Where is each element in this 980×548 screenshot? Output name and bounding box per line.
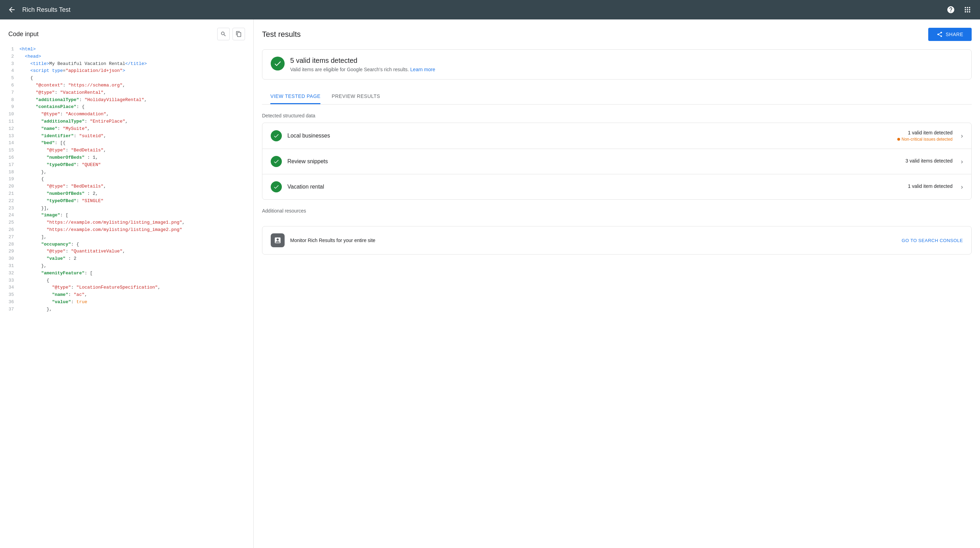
- data-item-label: Local businesses: [287, 133, 892, 139]
- code-line: 35 "name": "ac",: [0, 291, 253, 299]
- code-line: 30 "value" : 2: [0, 255, 253, 262]
- code-line: 14 "bed": [{: [0, 140, 253, 147]
- code-line: 8 "additionalType": "HolidayVillageRenta…: [0, 97, 253, 104]
- additional-resources-label: Additional resources: [262, 208, 972, 214]
- left-panel-header: Code input: [0, 19, 253, 46]
- code-line: 27 ],: [0, 234, 253, 241]
- test-results-title: Test results: [262, 30, 301, 39]
- chevron-right-icon: ›: [961, 183, 963, 191]
- code-line: 26 "https://example.com/mylisting/listin…: [0, 226, 253, 234]
- code-line: 10 "@type": "Accommodation",: [0, 111, 253, 118]
- code-line: 18 },: [0, 169, 253, 176]
- data-item-status: 1 valid item detected: [908, 183, 953, 190]
- right-panel: Test results SHARE 5 valid items detecte…: [254, 19, 980, 548]
- warning-dot: [897, 138, 900, 141]
- code-line: 17 "typeOfBed": "QUEEN": [0, 162, 253, 169]
- main-content: Code input 1<html>2 <head>3 <title>My Be…: [0, 19, 980, 548]
- code-line: 4 <script type="application/ld+json">: [0, 67, 253, 75]
- code-line: 21 "numberOfBeds" : 2,: [0, 190, 253, 198]
- data-list-item[interactable]: Review snippets 3 valid items detected ›: [262, 149, 971, 174]
- grid-button[interactable]: [961, 3, 974, 17]
- data-item-status: 1 valid item detected Non-critical issue…: [897, 130, 953, 142]
- code-line: 5 {: [0, 75, 253, 82]
- code-line: 36 "value": true: [0, 299, 253, 306]
- code-line: 16 "numberOfBeds" : 1,: [0, 154, 253, 162]
- data-list-item[interactable]: Vacation rental 1 valid item detected ›: [262, 174, 971, 199]
- code-line: 24 "image": [: [0, 212, 253, 219]
- code-line: 6 "@context": "https://schema.org",: [0, 82, 253, 89]
- code-line: 37 },: [0, 306, 253, 313]
- code-line: 28 "occupancy": {: [0, 241, 253, 248]
- valid-title: 5 valid items detected: [290, 57, 435, 65]
- code-line: 19 {: [0, 176, 253, 183]
- structured-data-label: Detected structured data: [262, 113, 972, 118]
- code-line: 31 },: [0, 262, 253, 270]
- nav-icons: [944, 3, 974, 17]
- tab-0[interactable]: VIEW TESTED PAGE: [270, 89, 320, 104]
- code-line: 32 "amenityFeature": [: [0, 270, 253, 277]
- chevron-right-icon: ›: [961, 132, 963, 140]
- code-input-title: Code input: [8, 30, 38, 38]
- app-title: Rich Results Test: [22, 6, 940, 14]
- valid-items-card: 5 valid items detected Valid items are e…: [262, 49, 972, 79]
- data-item-status: 3 valid items detected: [906, 158, 953, 165]
- code-line: 1<html>: [0, 46, 253, 53]
- copy-code-button[interactable]: [232, 28, 245, 40]
- tab-row: VIEW TESTED PAGEPREVIEW RESULTS: [262, 89, 972, 105]
- code-line: 2 <head>: [0, 53, 253, 60]
- valid-info: 5 valid items detected Valid items are e…: [290, 57, 435, 72]
- share-button[interactable]: SHARE: [928, 28, 972, 41]
- tab-1[interactable]: PREVIEW RESULTS: [331, 89, 380, 104]
- search-code-button[interactable]: [217, 28, 230, 40]
- code-line: 33 {: [0, 277, 253, 284]
- valid-description: Valid items are eligible for Google Sear…: [290, 67, 435, 72]
- data-item-label: Review snippets: [287, 158, 900, 165]
- code-line: 22 "typeOfBed": "SINGLE": [0, 198, 253, 205]
- left-panel: Code input 1<html>2 <head>3 <title>My Be…: [0, 19, 254, 548]
- code-line: 7 "@type": "VacationRental",: [0, 89, 253, 97]
- help-button[interactable]: [944, 3, 958, 17]
- code-line: 11 "additionalType": "EntirePlace",: [0, 118, 253, 125]
- valid-checkmark-icon: [271, 57, 285, 70]
- code-line: 15 "@type": "BedDetails",: [0, 147, 253, 154]
- code-line: 25 "https://example.com/mylisting/listin…: [0, 219, 253, 226]
- right-panel-header: Test results SHARE: [254, 19, 980, 41]
- code-line: 9 "containsPlace": {: [0, 103, 253, 111]
- code-area[interactable]: 1<html>2 <head>3 <title>My Beautiful Vac…: [0, 46, 253, 548]
- chevron-right-icon: ›: [961, 158, 963, 165]
- monitor-card: Monitor Rich Results for your entire sit…: [262, 226, 972, 254]
- code-line: 13 "identifier": "suiteid",: [0, 133, 253, 140]
- code-line: 3 <title>My Beautiful Vacation Rental</t…: [0, 60, 253, 68]
- top-nav: Rich Results Test: [0, 0, 980, 19]
- code-toolbar: [217, 28, 245, 40]
- back-button[interactable]: [6, 3, 18, 16]
- data-item-check-icon: [271, 181, 282, 192]
- data-item-label: Vacation rental: [287, 184, 902, 190]
- data-list-item[interactable]: Local businesses 1 valid item detected N…: [262, 123, 971, 149]
- data-item-check-icon: [271, 156, 282, 167]
- code-line: 23 }],: [0, 205, 253, 212]
- data-item-check-icon: [271, 130, 282, 141]
- code-line: 12 "name": "MySuite",: [0, 125, 253, 133]
- go-to-console-button[interactable]: GO TO SEARCH CONSOLE: [902, 238, 963, 243]
- data-list: Local businesses 1 valid item detected N…: [262, 122, 972, 200]
- code-line: 34 "@type": "LocationFeatureSpecificatio…: [0, 284, 253, 291]
- learn-more-link[interactable]: Learn more: [410, 67, 436, 72]
- monitor-text: Monitor Rich Results for your entire sit…: [290, 238, 896, 243]
- monitor-icon: [271, 233, 285, 247]
- code-line: 29 "@type": "QuantitativeValue",: [0, 248, 253, 255]
- code-line: 20 "@type": "BedDetails",: [0, 183, 253, 190]
